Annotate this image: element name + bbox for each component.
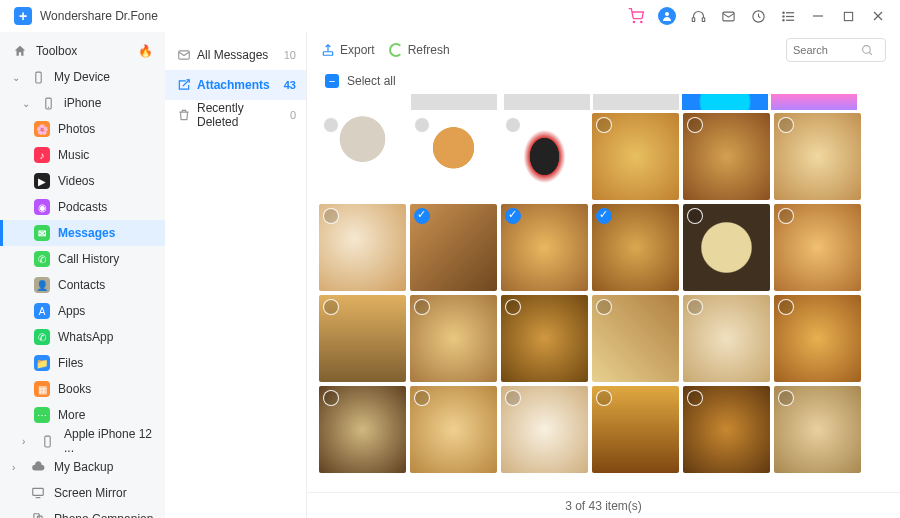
thumbnail-checkbox[interactable] bbox=[505, 390, 521, 406]
svg-rect-21 bbox=[33, 488, 44, 495]
headset-icon[interactable] bbox=[690, 8, 706, 24]
thumbnail-checkbox[interactable] bbox=[778, 299, 794, 315]
category-attachments[interactable]: Attachments43 bbox=[165, 70, 306, 100]
attachment-thumbnail[interactable] bbox=[683, 113, 770, 200]
chevron-down-icon: ⌄ bbox=[12, 72, 22, 83]
search-input[interactable] bbox=[793, 44, 861, 56]
attachment-thumbnail[interactable] bbox=[410, 386, 497, 473]
minimize-button[interactable] bbox=[810, 8, 826, 24]
sidebar-label: Podcasts bbox=[58, 200, 107, 214]
sidebar-item-whatsapp[interactable]: ✆WhatsApp bbox=[0, 324, 165, 350]
sidebar-item-podcasts[interactable]: ◉Podcasts bbox=[0, 194, 165, 220]
sidebar-item-my-device[interactable]: ⌄ My Device bbox=[0, 64, 165, 90]
attachment-thumbnail[interactable] bbox=[774, 386, 861, 473]
thumbnail-checkbox[interactable] bbox=[596, 208, 612, 224]
sidebar-item-phone-companion[interactable]: Phone Companion bbox=[0, 506, 165, 518]
thumbnail-checkbox[interactable] bbox=[596, 390, 612, 406]
sidebar-item-my-backup[interactable]: › My Backup bbox=[0, 454, 165, 480]
thumbnail-checkbox[interactable] bbox=[414, 390, 430, 406]
app-icon: ◉ bbox=[34, 199, 50, 215]
thumbnail-checkbox[interactable] bbox=[414, 299, 430, 315]
maximize-button[interactable] bbox=[840, 8, 856, 24]
sidebar-item-apps[interactable]: AApps bbox=[0, 298, 165, 324]
sidebar-item-iphone[interactable]: ⌄ iPhone bbox=[0, 90, 165, 116]
thumbnail-checkbox[interactable] bbox=[323, 299, 339, 315]
thumbnail-checkbox[interactable] bbox=[323, 208, 339, 224]
category-count: 43 bbox=[284, 79, 296, 91]
mail-icon[interactable] bbox=[720, 8, 736, 24]
category-recently-deleted[interactable]: Recently Deleted0 bbox=[165, 100, 306, 130]
attachment-thumbnail[interactable] bbox=[774, 295, 861, 382]
sidebar-item-photos[interactable]: 🌸Photos bbox=[0, 116, 165, 142]
attachment-thumbnail[interactable] bbox=[410, 204, 497, 291]
thumbnail-checkbox[interactable] bbox=[596, 299, 612, 315]
select-all-checkbox[interactable]: − bbox=[325, 74, 339, 88]
backup-icon bbox=[30, 459, 46, 475]
thumbnail-checkbox[interactable] bbox=[414, 117, 430, 133]
sidebar-item-music[interactable]: ♪Music bbox=[0, 142, 165, 168]
attachment-thumbnail[interactable] bbox=[410, 295, 497, 382]
sidebar-item-files[interactable]: 📁Files bbox=[0, 350, 165, 376]
thumbnail-checkbox[interactable] bbox=[687, 390, 703, 406]
attachment-thumbnail[interactable] bbox=[319, 113, 406, 200]
chevron-down-icon: ⌄ bbox=[22, 98, 32, 109]
svg-rect-14 bbox=[844, 12, 852, 20]
thumbnail-checkbox[interactable] bbox=[596, 117, 612, 133]
user-icon[interactable] bbox=[658, 7, 676, 25]
sidebar-label: Photos bbox=[58, 122, 95, 136]
app-icon: ♪ bbox=[34, 147, 50, 163]
attachment-thumbnail[interactable] bbox=[319, 386, 406, 473]
attachment-thumbnail[interactable] bbox=[683, 386, 770, 473]
attachment-thumbnail[interactable] bbox=[319, 204, 406, 291]
attachment-thumbnail[interactable] bbox=[774, 113, 861, 200]
select-all-label: Select all bbox=[347, 74, 396, 88]
thumbnail-checkbox[interactable] bbox=[778, 117, 794, 133]
attachment-thumbnail[interactable] bbox=[410, 113, 497, 200]
attachment-thumbnail[interactable] bbox=[501, 386, 588, 473]
sidebar-label: My Backup bbox=[54, 460, 113, 474]
history-icon[interactable] bbox=[750, 8, 766, 24]
sidebar-item-more[interactable]: ⋯More bbox=[0, 402, 165, 428]
app-icon: ✆ bbox=[34, 251, 50, 267]
sidebar-item-apple-iphone[interactable]: › Apple iPhone 12 ... bbox=[0, 428, 165, 454]
category-all-messages[interactable]: All Messages10 bbox=[165, 40, 306, 70]
thumbnail-checkbox[interactable] bbox=[323, 390, 339, 406]
list-icon[interactable] bbox=[780, 8, 796, 24]
cart-icon[interactable] bbox=[628, 8, 644, 24]
thumbnail-checkbox[interactable] bbox=[687, 117, 703, 133]
thumbnail-checkbox[interactable] bbox=[414, 208, 430, 224]
search-box[interactable] bbox=[786, 38, 886, 62]
thumbnail-checkbox[interactable] bbox=[778, 208, 794, 224]
sidebar-item-call-history[interactable]: ✆Call History bbox=[0, 246, 165, 272]
thumbnail-checkbox[interactable] bbox=[505, 117, 521, 133]
thumbnail-checkbox[interactable] bbox=[687, 208, 703, 224]
thumbnail-checkbox[interactable] bbox=[323, 117, 339, 133]
attachment-thumbnail[interactable] bbox=[501, 204, 588, 291]
attachment-thumbnail[interactable] bbox=[319, 295, 406, 382]
attachment-thumbnail[interactable] bbox=[683, 295, 770, 382]
sidebar-item-books[interactable]: ▦Books bbox=[0, 376, 165, 402]
export-button[interactable]: Export bbox=[321, 43, 375, 57]
attachment-thumbnail[interactable] bbox=[592, 386, 679, 473]
sidebar-label: Files bbox=[58, 356, 83, 370]
attachment-thumbnail[interactable] bbox=[501, 113, 588, 200]
thumbnail-checkbox[interactable] bbox=[778, 390, 794, 406]
attachment-thumbnail[interactable] bbox=[592, 295, 679, 382]
sidebar-item-contacts[interactable]: 👤Contacts bbox=[0, 272, 165, 298]
category-count: 0 bbox=[290, 109, 296, 121]
sidebar-item-toolbox[interactable]: Toolbox 🔥 bbox=[0, 38, 165, 64]
sidebar-item-videos[interactable]: ▶Videos bbox=[0, 168, 165, 194]
close-button[interactable] bbox=[870, 8, 886, 24]
attachment-thumbnail[interactable] bbox=[501, 295, 588, 382]
select-all-row[interactable]: − Select all bbox=[307, 68, 900, 94]
thumbnail-checkbox[interactable] bbox=[687, 299, 703, 315]
thumbnail-checkbox[interactable] bbox=[505, 208, 521, 224]
refresh-button[interactable]: Refresh bbox=[389, 43, 450, 57]
sidebar-item-messages[interactable]: ✉Messages bbox=[0, 220, 165, 246]
attachment-thumbnail[interactable] bbox=[592, 204, 679, 291]
sidebar-item-screen-mirror[interactable]: Screen Mirror bbox=[0, 480, 165, 506]
attachment-thumbnail[interactable] bbox=[774, 204, 861, 291]
attachment-thumbnail[interactable] bbox=[592, 113, 679, 200]
thumbnail-checkbox[interactable] bbox=[505, 299, 521, 315]
attachment-thumbnail[interactable] bbox=[683, 204, 770, 291]
